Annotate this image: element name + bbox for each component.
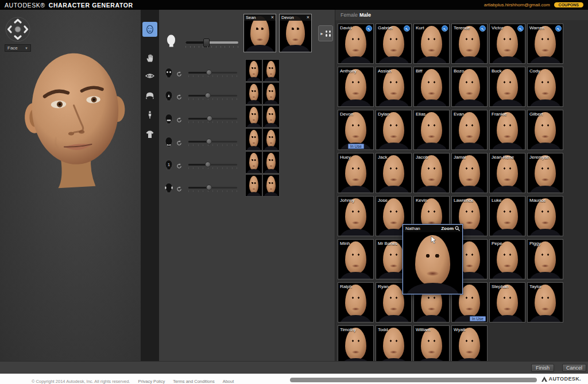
blend-source-thumbnail[interactable] (246, 175, 262, 196)
tab-face[interactable] (142, 22, 157, 37)
blend-source-thumbnail[interactable] (263, 152, 279, 173)
character-cell[interactable]: Piggy (527, 239, 563, 279)
view-mode-dropdown[interactable]: Face ▼ (5, 44, 31, 52)
reset-icon[interactable] (176, 161, 182, 171)
character-cell[interactable]: Kurt↖ (413, 24, 450, 64)
region-slider-track[interactable] (188, 118, 237, 120)
region-slider-thumb[interactable] (206, 70, 212, 75)
character-cell[interactable]: DevonIn Use (338, 110, 374, 150)
terms-link[interactable]: Terms and Conditions (173, 379, 215, 384)
blend-source-thumbnail[interactable] (263, 129, 279, 150)
character-cell[interactable]: Gabriel↖ (376, 24, 412, 64)
character-cell[interactable]: Warren↖ (527, 24, 563, 64)
character-cell[interactable]: Minh (338, 239, 374, 279)
character-cell[interactable]: Anthony (338, 67, 374, 107)
region-slider-track[interactable] (188, 141, 237, 143)
master-blend-slider[interactable] (185, 39, 238, 51)
master-slider-track[interactable] (185, 41, 238, 44)
zoom-action-label[interactable]: Zoom (441, 226, 454, 231)
premium-badge-icon[interactable]: ↖ (366, 25, 372, 32)
expand-character-slots-button[interactable]: ► (318, 25, 333, 41)
tab-male[interactable]: Male (359, 12, 371, 18)
character-cell[interactable]: Frankie (489, 110, 525, 150)
reset-icon[interactable] (176, 92, 182, 102)
character-cell[interactable]: Dylan (376, 110, 412, 150)
blend-source-thumbnail[interactable] (263, 83, 279, 104)
character-cell[interactable]: Timothy (338, 325, 374, 361)
privacy-policy-link[interactable]: Privacy Policy (138, 379, 165, 384)
character-cell[interactable]: Wyatt (451, 325, 488, 361)
reset-icon[interactable] (176, 69, 182, 79)
character-cell[interactable]: Huey (338, 153, 374, 193)
coupons-button[interactable]: COUPONS (554, 2, 583, 7)
tab-female[interactable]: Female (341, 12, 358, 18)
blend-source-thumbnail[interactable] (263, 175, 279, 196)
character-cell[interactable]: Buck (489, 67, 525, 107)
blend-source-thumbnail[interactable] (246, 60, 262, 81)
region-slider-track[interactable] (188, 187, 237, 189)
tab-clothing[interactable] (142, 127, 157, 142)
character-cell[interactable]: Jean-Rene (489, 153, 525, 193)
character-cell[interactable]: Cody (527, 67, 563, 107)
region-slider-thumb[interactable] (206, 185, 212, 190)
reset-icon[interactable] (176, 184, 182, 194)
selected-character-card[interactable]: Devon × (279, 14, 312, 52)
character-cell[interactable]: Terence↖ (451, 24, 488, 64)
about-link[interactable]: About (223, 379, 234, 384)
blend-source-thumbnail[interactable] (246, 106, 262, 127)
region-slider-track[interactable] (188, 164, 237, 166)
close-icon[interactable]: × (307, 15, 310, 20)
character-cell[interactable]: Ralph (338, 282, 374, 322)
tab-skin[interactable] (142, 50, 157, 65)
character-cell[interactable]: Victor↖ (489, 24, 525, 64)
selected-character-card[interactable]: Sean × (243, 14, 276, 52)
character-cell[interactable]: Taylor (527, 282, 563, 322)
character-cell[interactable]: Gilbert (527, 110, 563, 150)
tab-body[interactable] (142, 107, 157, 122)
blend-source-thumbnail[interactable] (246, 83, 262, 104)
orbit-control[interactable] (5, 16, 31, 43)
character-cell[interactable]: Jack (376, 153, 412, 193)
character-cell[interactable]: William (413, 325, 450, 361)
horizontal-scrollbar[interactable] (290, 378, 537, 382)
character-cell[interactable]: Maurice (527, 196, 563, 236)
character-cell[interactable]: Pepe (489, 239, 525, 279)
premium-badge-icon[interactable]: ↖ (442, 25, 448, 32)
character-cell[interactable]: Stephan (489, 282, 525, 322)
premium-badge-icon[interactable]: ↖ (404, 25, 410, 32)
character-cell[interactable]: Evan (451, 110, 488, 150)
reset-icon[interactable] (176, 115, 182, 125)
tab-eyes[interactable] (142, 68, 157, 83)
region-slider-thumb[interactable] (205, 93, 211, 98)
character-cell[interactable]: Assiah (376, 67, 412, 107)
cancel-button[interactable]: Cancel (562, 364, 586, 372)
character-cell[interactable]: Bozo (451, 67, 488, 107)
account-email[interactable]: artlabplus.hirshhorn@gmail.com (484, 2, 550, 7)
character-cell[interactable]: Jamal (451, 153, 488, 193)
character-cell[interactable]: Luke (489, 196, 525, 236)
character-cell[interactable]: David↖ (338, 24, 374, 64)
character-cell[interactable]: Elias (413, 110, 450, 150)
character-cell[interactable]: Johnny (338, 196, 374, 236)
region-slider-track[interactable] (188, 72, 237, 74)
premium-badge-icon[interactable]: ↖ (517, 25, 524, 32)
blend-source-thumbnail[interactable] (263, 60, 279, 81)
close-icon[interactable]: × (271, 15, 274, 20)
premium-badge-icon[interactable]: ↖ (555, 25, 562, 32)
3d-viewport[interactable]: Face ▼ (0, 10, 141, 361)
magnifier-icon[interactable] (455, 226, 460, 231)
premium-badge-icon[interactable]: ↖ (479, 25, 486, 32)
region-slider-thumb[interactable] (205, 162, 211, 167)
reset-icon[interactable] (176, 138, 182, 148)
blend-source-thumbnail[interactable] (263, 106, 279, 127)
blend-source-thumbnail[interactable] (246, 129, 262, 150)
blend-source-thumbnail[interactable] (246, 152, 262, 173)
character-cell[interactable]: Jacob (413, 153, 450, 193)
region-slider-thumb[interactable] (206, 139, 212, 144)
finish-button[interactable]: Finish (531, 364, 554, 372)
tab-hair[interactable] (142, 88, 157, 103)
region-slider-track[interactable] (188, 95, 237, 97)
character-cell[interactable]: Jeremyah (527, 153, 563, 193)
region-slider-thumb[interactable] (207, 116, 212, 121)
character-cell[interactable]: Biff (413, 67, 450, 107)
